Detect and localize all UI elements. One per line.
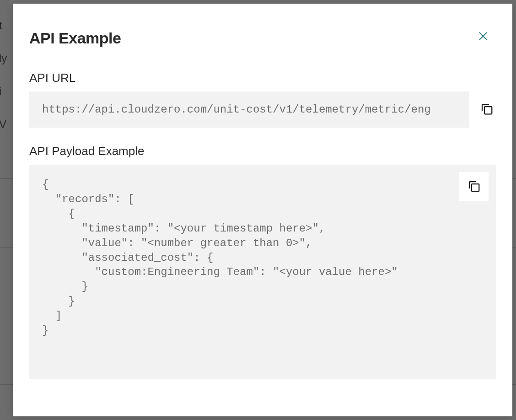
close-button[interactable]	[476, 29, 490, 44]
bg-fragment: V	[0, 118, 6, 131]
svg-rect-2	[484, 107, 492, 114]
copy-payload-button[interactable]	[459, 172, 489, 201]
api-payload-code[interactable]: { "records": [ { "timestamp": "<your tim…	[42, 178, 483, 338]
bg-fragment: i	[0, 85, 1, 98]
copy-icon	[480, 102, 494, 117]
api-payload-label: API Payload Example	[29, 144, 496, 158]
close-icon	[477, 30, 489, 43]
api-url-value[interactable]: https://api.cloudzero.com/unit-cost/v1/t…	[29, 92, 469, 128]
api-payload-box: { "records": [ { "timestamp": "<your tim…	[29, 165, 496, 379]
copy-url-button[interactable]	[478, 101, 496, 119]
bg-fragment: t	[0, 19, 2, 32]
copy-icon	[467, 179, 481, 194]
bg-fragment: ly	[0, 52, 7, 65]
api-url-label: API URL	[29, 71, 496, 85]
modal-title: API Example	[29, 29, 496, 47]
api-example-modal: API Example API URL https://api.cloudzer…	[13, 4, 512, 416]
svg-rect-3	[472, 184, 479, 191]
api-url-row: https://api.cloudzero.com/unit-cost/v1/t…	[29, 92, 496, 128]
